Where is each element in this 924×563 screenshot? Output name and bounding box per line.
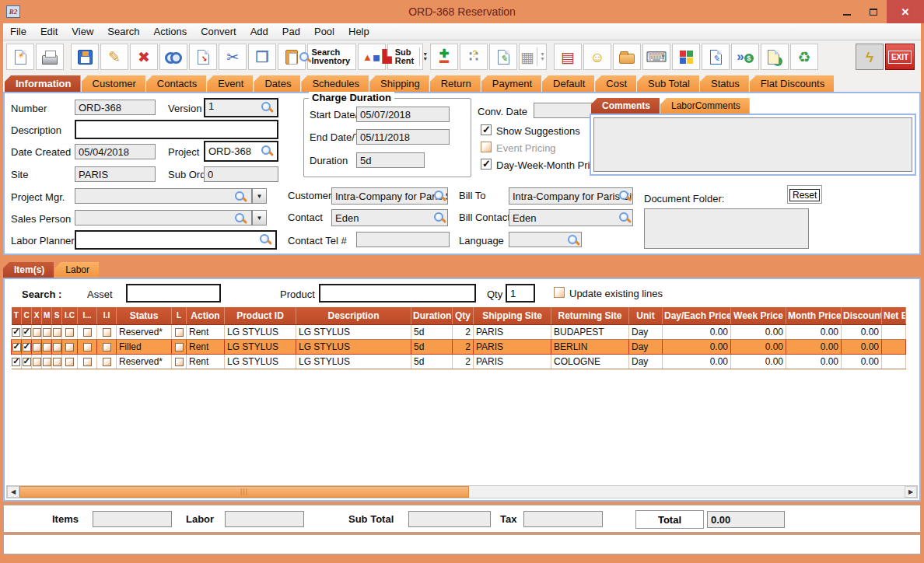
reset-button[interactable]: Reset [789, 189, 820, 201]
cell-unit[interactable]: Day [629, 324, 663, 339]
sub-rent-dropdown-icon[interactable]: ▼▼ [419, 47, 428, 66]
customer-field[interactable]: Intra-Company for Paris Sit [331, 187, 448, 205]
col-week-price[interactable]: Week Price [731, 307, 786, 324]
col-l[interactable]: L [172, 307, 187, 324]
cell-returning-site[interactable]: BERLIN [551, 339, 629, 354]
tab-status[interactable]: Status [700, 75, 749, 92]
col-net[interactable]: Net E [882, 307, 906, 324]
row-checkbox-s[interactable] [53, 328, 61, 337]
tab-labor[interactable]: Labor [54, 262, 99, 278]
row-checkbox-ic[interactable] [65, 328, 74, 337]
tab-dates[interactable]: Dates [254, 75, 300, 92]
project-search-icon[interactable] [261, 145, 271, 155]
row-checkbox-ii[interactable] [103, 358, 111, 366]
tab-event[interactable]: Event [207, 75, 253, 92]
menu-edit[interactable]: Edit [33, 23, 65, 40]
row-checkbox-s[interactable] [53, 358, 61, 366]
cell-week[interactable]: 0.00 [731, 339, 786, 354]
cell-discount[interactable]: 0.00 [842, 324, 882, 339]
scrollbar-thumb[interactable] [19, 486, 469, 498]
org-chart-button[interactable]: ▤ [554, 44, 582, 70]
menu-view[interactable]: View [65, 23, 100, 40]
cell-status[interactable]: Filled [117, 339, 172, 354]
product-input[interactable] [319, 284, 476, 302]
line-item-row[interactable]: Reserved* Rent LG STYLUS LG STYLUS 5d 2 … [12, 354, 906, 369]
row-checkbox-s[interactable] [53, 343, 61, 351]
cell-duration[interactable]: 5d [411, 354, 453, 369]
cell-day-each[interactable]: 0.00 [663, 339, 731, 354]
cell-shipping-site[interactable]: PARIS [474, 324, 551, 339]
line-item-row-selected[interactable]: Filled Rent LG STYLUS LG STYLUS 5d 2 PAR… [12, 339, 906, 354]
edit-button[interactable]: ✎ [100, 44, 128, 70]
qty-input[interactable] [506, 284, 535, 302]
tab-return[interactable]: Return [430, 75, 481, 92]
shortcut-key-button[interactable]: ⌨ [642, 44, 670, 70]
sales-person-dropdown-button[interactable]: ▼ [252, 210, 267, 226]
cell-month[interactable]: 0.00 [786, 354, 842, 369]
row-checkbox-i1[interactable] [83, 328, 92, 337]
col-ii[interactable]: I.I [97, 307, 117, 324]
cell-discount[interactable]: 0.00 [842, 339, 882, 354]
labor-planner-search-icon[interactable] [260, 234, 269, 243]
maximize-button[interactable] [860, 0, 887, 23]
customer-search-icon[interactable] [434, 191, 443, 200]
col-s[interactable]: S [52, 307, 62, 324]
tab-comments[interactable]: Comments [591, 98, 660, 114]
row-checkbox-m[interactable] [43, 343, 51, 351]
row-checkbox-l[interactable] [175, 358, 184, 366]
col-unit[interactable]: Unit [629, 307, 663, 324]
line-item-row[interactable]: Reserved* Rent LG STYLUS LG STYLUS 5d 2 … [12, 324, 906, 339]
row-checkbox-ic[interactable] [65, 343, 74, 351]
row-checkbox-c[interactable] [23, 328, 31, 337]
col-description[interactable]: Description [296, 307, 411, 324]
cell-shipping-site[interactable]: PARIS [474, 339, 551, 354]
project-mgr-search-icon[interactable] [235, 191, 244, 201]
save-button[interactable] [71, 44, 99, 70]
col-duration[interactable]: Duration [411, 307, 453, 324]
cell-status[interactable]: Reserved* [117, 324, 172, 339]
edit-order-button[interactable]: ✎ [702, 44, 730, 70]
row-checkbox-ii[interactable] [103, 328, 111, 337]
col-shipping-site[interactable]: Shipping Site [474, 307, 551, 324]
search-inventory-button[interactable]: Search Inventory ▼▼ [307, 44, 356, 70]
row-checkbox-l[interactable] [175, 328, 184, 337]
cell-returning-site[interactable]: COLOGNE [551, 354, 629, 369]
cell-day-each[interactable]: 0.00 [663, 324, 731, 339]
cell-discount[interactable]: 0.00 [842, 354, 882, 369]
menu-add[interactable]: Add [243, 23, 275, 40]
cell-net[interactable] [882, 339, 906, 354]
row-checkbox-t[interactable] [12, 358, 20, 366]
bill-to-search-icon[interactable] [619, 191, 628, 200]
col-month-price[interactable]: Month Price [786, 307, 842, 324]
row-checkbox-t[interactable] [12, 328, 20, 337]
payment-transfer-button[interactable]: »$ [731, 44, 759, 70]
project-mgr-dropdown-button[interactable]: ▼ [252, 188, 267, 204]
cell-week[interactable]: 0.00 [731, 324, 786, 339]
menu-convert[interactable]: Convert [194, 23, 243, 40]
cell-duration[interactable]: 5d [411, 339, 453, 354]
cell-net[interactable] [882, 354, 906, 369]
cell-product-id[interactable]: LG STYLUS [225, 354, 296, 369]
horizontal-scrollbar[interactable]: ◀ ▶ [6, 485, 918, 498]
cell-month[interactable]: 0.00 [786, 339, 842, 354]
tab-customer[interactable]: Customer [82, 75, 145, 92]
contact-search-icon[interactable] [434, 212, 443, 222]
version-search-icon[interactable] [261, 102, 271, 111]
exit-button[interactable]: EXIT [885, 44, 915, 70]
comments-textarea[interactable] [593, 117, 912, 172]
labor-planner-input[interactable] [75, 230, 277, 250]
row-checkbox-ic[interactable] [65, 358, 74, 366]
new-document-button[interactable]: ✶ [6, 44, 34, 70]
row-checkbox-i1[interactable] [83, 358, 92, 366]
cell-shipping-site[interactable]: PARIS [474, 354, 551, 369]
document-folder-field[interactable] [644, 208, 809, 249]
bill-contact-search-icon[interactable] [619, 212, 628, 222]
menu-file[interactable]: File [3, 23, 33, 40]
cell-day-each[interactable]: 0.00 [663, 354, 731, 369]
update-lines-checkbox[interactable] [554, 287, 565, 298]
cell-action[interactable]: Rent [187, 354, 225, 369]
col-c[interactable]: C [22, 307, 32, 324]
notes-button[interactable]: ✎ [489, 44, 517, 70]
sub-rent-button[interactable]: ▙ Sub Rent ▼▼ [387, 44, 424, 70]
menu-actions[interactable]: Actions [147, 23, 194, 40]
